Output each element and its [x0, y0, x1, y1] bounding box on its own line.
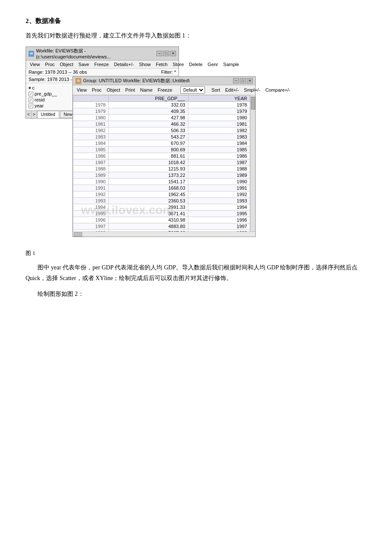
cell-year: 1991 [188, 185, 250, 191]
hscroll-thumb[interactable] [74, 232, 82, 237]
group-window: G Group: UNTITLED Workfile: EVIEWS数据::Un… [72, 76, 256, 237]
cell-year: 1984 [188, 140, 250, 147]
cell-rownum: 1982 [73, 127, 109, 134]
cell-pre-gdp: 466.32 [109, 121, 188, 127]
scrollbar-vertical[interactable] [250, 95, 255, 231]
group-content: PRE_GDP___ YEAR 1978332.0319781979409.35… [73, 95, 255, 231]
group-menu-view[interactable]: View [75, 87, 89, 93]
cell-rownum: 1990 [73, 179, 109, 185]
cell-rownum: 1981 [73, 121, 109, 127]
filter-label: Filter: * [161, 69, 176, 75]
group-close-btn[interactable]: ✕ [247, 78, 253, 84]
checkbox-resid[interactable]: ✓ [29, 98, 33, 102]
tab-next-btn[interactable]: > [32, 111, 37, 118]
table-row: 1980427.981980 [73, 115, 250, 121]
cell-year: 1997 [188, 223, 250, 230]
sidebar-item-year[interactable]: ✓ year [28, 103, 79, 109]
menu-store[interactable]: Store [170, 61, 186, 67]
figure-label: 图 1 [26, 249, 366, 257]
table-row: 19901541.171990 [73, 179, 250, 185]
checkbox-pre-gdp[interactable]: ✓ [29, 92, 33, 96]
menu-details[interactable]: Details+/- [112, 61, 136, 67]
menu-fetch[interactable]: Fetch [154, 61, 170, 67]
table-row: 19891373.221989 [73, 172, 250, 179]
sidebar-label-pre-gdp: pre_gdp__ [35, 91, 57, 96]
workfile-window-controls: ─ □ ✕ [156, 51, 176, 56]
cell-pre-gdp: 506.33 [109, 127, 188, 134]
table-row: 1985800.691985 [73, 147, 250, 153]
group-maximize-btn[interactable]: □ [240, 78, 246, 84]
group-menu-name[interactable]: Name [138, 87, 155, 93]
cell-year: 1989 [188, 172, 250, 179]
group-btn-compare[interactable]: Compare+/- [263, 87, 292, 93]
table-row: 19871018.421987 [73, 159, 250, 166]
cell-year: 1995 [188, 211, 250, 217]
sidebar-label-c: c [32, 85, 35, 90]
col-header-rownum [73, 95, 109, 102]
group-menubar: View Proc Object Print Name Freeze Defau… [73, 85, 255, 95]
group-btn-sort[interactable]: Sort [209, 87, 222, 93]
menu-freeze[interactable]: Freeze [92, 61, 111, 67]
group-minimize-btn[interactable]: ─ [233, 78, 239, 84]
menu-view[interactable]: View [28, 61, 42, 67]
menu-save[interactable]: Save [76, 61, 91, 67]
workfile-minimize-btn[interactable]: ─ [156, 51, 162, 56]
group-default-dropdown[interactable]: Default [180, 86, 205, 94]
scrollbar-thumb[interactable] [251, 97, 255, 110]
cell-rownum: 1984 [73, 140, 109, 147]
group-menu-object[interactable]: Object [104, 87, 122, 93]
menu-show[interactable]: Show [137, 61, 153, 67]
group-table-container[interactable]: PRE_GDP___ YEAR 1978332.0319781979409.35… [73, 95, 250, 231]
col-header-pre-gdp: PRE_GDP___ [109, 95, 188, 102]
workfile-close-btn[interactable]: ✕ [170, 51, 176, 56]
cell-year: 1992 [188, 191, 250, 198]
table-row: 19932360.531993 [73, 198, 250, 204]
cell-year: 1987 [188, 159, 250, 166]
sidebar-item-pre-gdp[interactable]: ✓ pre_gdp__ [28, 91, 79, 97]
menu-proc[interactable]: Proc [43, 61, 57, 67]
workfile-icon: W [29, 51, 34, 57]
group-menu-freeze[interactable]: Freeze [156, 87, 174, 93]
menu-sample[interactable]: Sample [221, 61, 241, 67]
cell-rownum: 1983 [73, 134, 109, 140]
menu-genr[interactable]: Genr [205, 61, 220, 67]
workfile-maximize-btn[interactable]: □ [163, 51, 169, 56]
cell-year: 1996 [188, 217, 250, 223]
table-row: 19881215.931988 [73, 166, 250, 172]
cell-rownum: 1979 [73, 108, 109, 115]
workfile-info-row1: Range: 1978 2013 -- 36 obs Filter: * [26, 69, 179, 76]
cell-rownum: 1985 [73, 147, 109, 153]
group-title-left: G Group: UNTITLED Workfile: EVIEWS数据::Un… [75, 78, 190, 84]
cell-year: 1983 [188, 134, 250, 140]
tab-untitled[interactable]: Untitled [37, 111, 59, 118]
group-hscrollbar[interactable] [73, 231, 255, 237]
cell-pre-gdp: 2360.53 [109, 198, 188, 204]
cell-pre-gdp: 1668.03 [109, 185, 188, 191]
cell-pre-gdp: 1541.17 [109, 179, 188, 185]
table-row: 1979409.351979 [73, 108, 250, 115]
group-btn-edit[interactable]: Edit+/- [223, 87, 241, 93]
sidebar-label-resid: resid [35, 97, 45, 102]
cell-rownum: 1992 [73, 191, 109, 198]
tab-prev-btn[interactable]: < [26, 111, 32, 118]
group-menu-print[interactable]: Print [123, 87, 137, 93]
cell-year: 1988 [188, 166, 250, 172]
cell-rownum: 1986 [73, 153, 109, 159]
cell-rownum: 1978 [73, 102, 109, 108]
menu-object[interactable]: Object [58, 61, 75, 67]
cell-pre-gdp: 5287.03 [109, 230, 188, 232]
cell-rownum: 1980 [73, 115, 109, 121]
cell-year: 1986 [188, 153, 250, 159]
group-menu-proc[interactable]: Proc [90, 87, 104, 93]
workfile-menubar: View Proc Object Save Freeze Details+/- … [26, 61, 179, 69]
cell-rownum: 1997 [73, 223, 109, 230]
table-row: 1981466.321981 [73, 121, 250, 127]
cell-rownum: 1988 [73, 166, 109, 172]
checkbox-year[interactable]: ✓ [29, 104, 33, 108]
sidebar-label-year: year [35, 103, 43, 108]
sidebar-item-c[interactable]: ■ c [28, 85, 79, 91]
group-btn-smpl[interactable]: Smpl+/- [242, 87, 262, 93]
menu-delete[interactable]: Delete [187, 61, 205, 67]
sidebar-item-resid[interactable]: ✓ resid [28, 97, 79, 103]
cell-year: 1998 [188, 230, 250, 232]
